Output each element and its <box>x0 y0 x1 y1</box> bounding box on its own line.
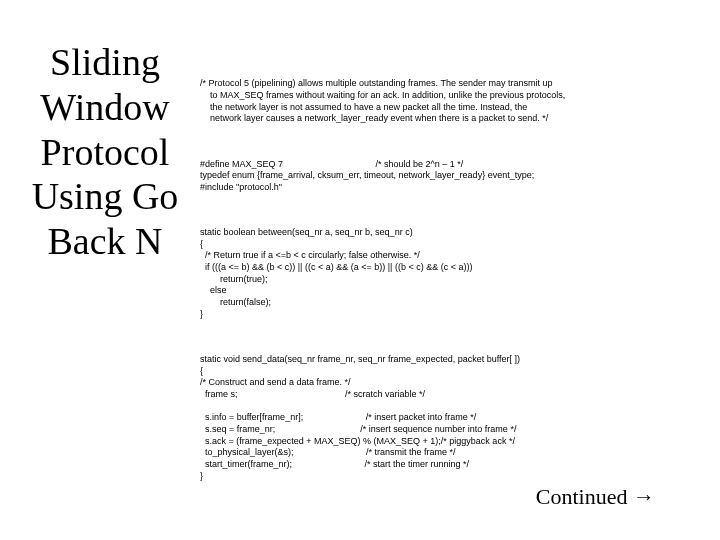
code-between-fn: static boolean between(seq_nr a, seq_nr … <box>200 227 700 321</box>
code-send-data-fn: static void send_data(seq_nr frame_nr, s… <box>200 354 700 483</box>
code-header-comment: /* Protocol 5 (pipelining) allows multip… <box>200 78 700 125</box>
continued-label: Continued → <box>536 484 655 510</box>
code-defines: #define MAX_SEQ 7 /* should be 2^n – 1 *… <box>200 159 700 194</box>
slide-title: Sliding Window Protocol Using Go Back N <box>10 40 200 264</box>
code-block: /* Protocol 5 (pipelining) allows multip… <box>200 55 700 504</box>
